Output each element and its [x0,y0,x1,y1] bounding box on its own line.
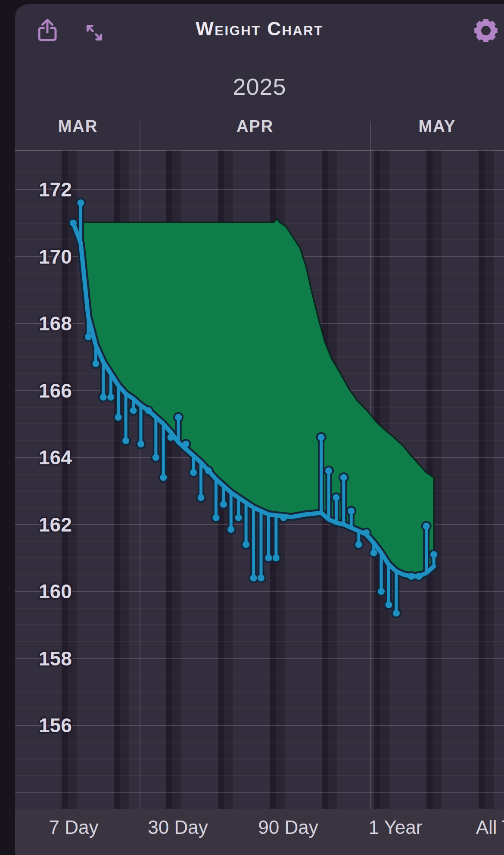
y-tick-label-172: 172 [39,177,108,202]
tab-1-year[interactable]: 1 Year [344,817,447,838]
y-tick-label-168: 168 [39,311,108,336]
range-tab-bar: 7 Day30 Day90 Day1 YearAll Time [15,809,504,855]
gear-icon[interactable] [472,16,500,45]
weight-chart-card: Weight Chart 2025 MARAPRMAY 172170168166… [15,4,504,855]
phone-screen: Weight Chart 2025 MARAPRMAY 172170168166… [0,0,504,855]
tab-all-time[interactable]: All Time [458,817,504,838]
y-tick-label-158: 158 [39,647,108,671]
page-title: Weight Chart [15,18,504,40]
tab-7-day[interactable]: 7 Day [22,817,125,838]
y-tick-label-162: 162 [39,513,108,537]
y-tick-label-160: 160 [39,579,108,603]
tab-30-day[interactable]: 30 Day [126,817,230,838]
y-tick-label-170: 170 [39,245,108,269]
y-tick-label-166: 166 [39,379,108,403]
tab-90-day[interactable]: 90 Day [236,817,340,838]
y-tick-label-164: 164 [39,445,108,469]
year-label: 2025 [15,73,504,100]
y-tick-label-156: 156 [39,713,108,737]
